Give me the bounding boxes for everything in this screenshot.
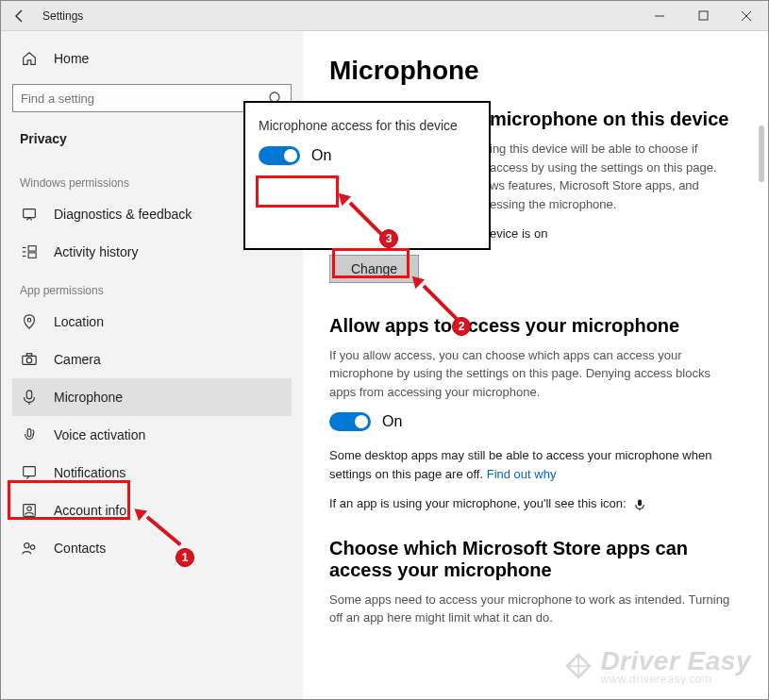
svg-point-21 [30,545,35,550]
home-label: Home [54,51,89,66]
device-status: evice is on [490,225,742,243]
mic-access-popup: Microphone access for this device On [243,101,491,250]
scrollbar[interactable] [759,125,764,182]
notifications-icon [20,464,39,481]
svg-point-19 [27,507,32,511]
maximize-button[interactable] [681,1,725,31]
popup-toggle-label: On [311,147,331,164]
svg-point-10 [27,318,31,322]
feedback-icon [20,206,39,223]
nav-label: Account info [54,503,126,518]
group-app-permissions: App permissions [12,271,292,303]
nav-label: Camera [54,352,101,367]
microphone-icon [20,389,39,406]
desktop-note: Some desktop apps may still be able to a… [329,446,735,483]
voice-icon [20,426,39,443]
nav-location[interactable]: Location [12,303,292,341]
section-store-apps: Choose which Microsoft Store apps can ac… [329,538,742,581]
nav-label: Voice activation [54,427,145,442]
svg-point-20 [25,543,29,548]
svg-rect-16 [27,429,31,437]
nav-label: Contacts [54,541,106,556]
minimize-button[interactable] [638,1,681,31]
nav-label: Location [54,314,104,329]
svg-rect-4 [24,209,36,218]
apps-desc: If you allow access, you can choose whic… [329,346,735,402]
nav-contacts[interactable]: Contacts [12,529,292,567]
page-title: Microphone [329,56,742,86]
usage-icon-note: If an app is using your microphone, you'… [329,494,735,513]
contacts-icon [20,540,39,557]
home-icon [20,50,39,67]
svg-rect-8 [28,246,36,251]
apps-toggle[interactable] [329,412,371,431]
device-desc: ing this device will be able to choose i… [490,140,742,213]
settings-window: Settings Home Privacy [0,0,769,700]
svg-rect-22 [638,499,642,506]
svg-rect-9 [28,253,36,258]
nav-notifications[interactable]: Notifications [12,454,292,492]
svg-rect-17 [24,467,36,476]
home-nav[interactable]: Home [12,41,292,76]
change-button[interactable]: Change [329,255,419,283]
toggle-label: On [382,413,402,430]
nav-label: Activity history [54,244,138,259]
find-out-why-link[interactable]: Find out why [487,467,557,481]
section-allow-apps: Allow apps to access your microphone [329,315,742,337]
search-input[interactable] [21,92,268,106]
close-button[interactable] [725,1,768,31]
window-title: Settings [42,9,83,23]
nav-microphone[interactable]: Microphone [12,378,292,416]
popup-title: Microphone access for this device [259,118,476,133]
back-button[interactable] [1,1,39,31]
nav-label: Notifications [54,465,125,480]
svg-rect-13 [26,354,31,357]
device-access-toggle[interactable] [259,146,300,165]
svg-point-12 [26,358,31,362]
nav-account-info[interactable]: Account info [12,492,292,529]
camera-icon [20,351,39,368]
nav-label: Diagnostics & feedback [54,207,192,222]
history-icon [20,243,39,260]
nav-voice-activation[interactable]: Voice activation [12,416,292,454]
account-icon [20,502,39,519]
svg-rect-14 [26,391,31,399]
nav-label: Microphone [54,390,123,405]
store-desc: Some apps need to access your microphone… [329,591,735,627]
location-icon [20,313,39,330]
svg-rect-1 [699,11,708,20]
mic-indicator-icon [633,498,646,511]
nav-camera[interactable]: Camera [12,341,292,378]
section-allow-device: microphone on this device [490,108,742,130]
titlebar: Settings [1,1,768,31]
